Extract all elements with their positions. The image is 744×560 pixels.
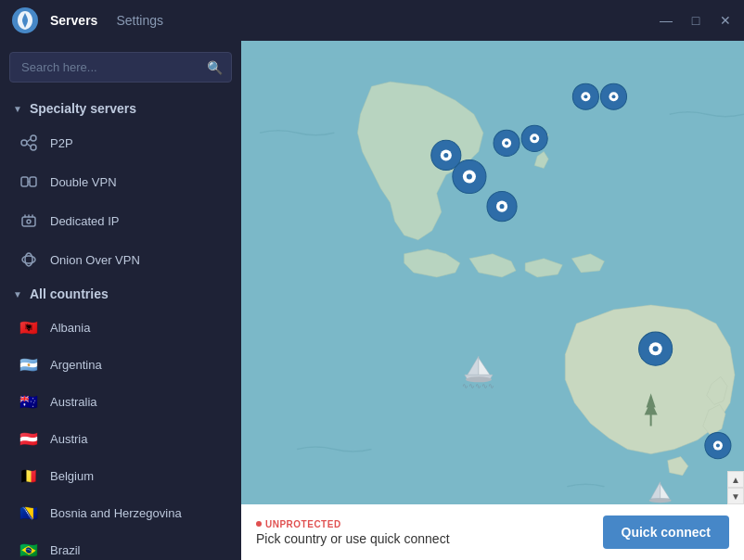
sidebar-list: ▼ Specialty servers P2P — [0, 94, 241, 560]
flag-bosnia: 🇧🇦 — [19, 503, 39, 523]
tab-settings[interactable]: Settings — [116, 9, 163, 32]
search-bar: 🔍 — [9, 52, 232, 83]
status-text: UNPROTECTED Pick country or use quick co… — [256, 519, 588, 546]
svg-point-24 — [505, 141, 508, 145]
country-item-bosnia[interactable]: 🇧🇦 Bosnia and Herzegovina — [0, 494, 241, 531]
onion-over-vpn-icon — [19, 249, 39, 270]
svg-point-16 — [649, 498, 672, 503]
sidebar: 🔍 ▼ Specialty servers P2P — [0, 41, 241, 560]
country-item-argentina[interactable]: 🇦🇷 Argentina — [0, 346, 241, 383]
p2p-label: P2P — [50, 136, 73, 150]
search-icon: 🔍 — [207, 60, 223, 75]
chevron-down-icon: ▼ — [13, 104, 22, 114]
svg-point-18 — [584, 95, 587, 98]
svg-point-32 — [653, 346, 659, 351]
search-input[interactable] — [9, 52, 232, 83]
svg-point-2 — [31, 135, 36, 141]
flag-austria: 🇦🇹 — [19, 428, 39, 449]
titlebar-nav: Servers Settings — [50, 9, 648, 32]
sidebar-item-double-vpn[interactable]: Double VPN — [0, 162, 241, 201]
svg-line-5 — [27, 144, 31, 146]
country-label-albania: Albania — [50, 321, 90, 335]
svg-point-3 — [31, 145, 36, 150]
svg-point-26 — [532, 136, 536, 140]
svg-point-11 — [25, 253, 32, 266]
svg-point-34 — [716, 444, 720, 448]
flag-australia: 🇦🇺 — [19, 391, 39, 412]
map-area: ∿∿∿∿∿ — [241, 41, 744, 560]
titlebar: Servers Settings — □ ✕ — [0, 0, 744, 41]
unprotected-label: UNPROTECTED — [256, 519, 588, 529]
country-label-argentina: Argentina — [50, 358, 102, 372]
svg-rect-12 — [241, 58, 744, 542]
country-label-brazil: Brazil — [50, 543, 81, 557]
scrollbar-buttons: ▲ ▼ — [727, 471, 744, 504]
app-logo — [11, 6, 39, 34]
bottom-bar: UNPROTECTED Pick country or use quick co… — [241, 504, 744, 560]
quick-connect-button[interactable]: Quick connect — [603, 515, 729, 549]
dedicated-ip-icon — [19, 210, 39, 231]
country-item-albania[interactable]: 🇦🇱 Albania — [0, 309, 241, 346]
country-item-brazil[interactable]: 🇧🇷 Brazil — [0, 531, 241, 560]
maximize-button[interactable]: □ — [688, 13, 703, 28]
svg-point-9 — [27, 220, 31, 223]
chevron-down-icon-countries: ▼ — [13, 289, 22, 299]
all-countries-section[interactable]: ▼ All countries — [0, 279, 241, 309]
titlebar-controls: — □ ✕ — [659, 13, 733, 28]
main-content: 🔍 ▼ Specialty servers P2P — [0, 41, 744, 560]
double-vpn-icon — [19, 172, 39, 192]
flag-argentina: 🇦🇷 — [19, 354, 39, 375]
svg-rect-6 — [21, 177, 28, 186]
svg-point-30 — [500, 204, 505, 209]
flag-albania: 🇦🇱 — [19, 317, 39, 337]
status-badge: UNPROTECTED — [265, 519, 341, 529]
country-item-belgium[interactable]: 🇧🇪 Belgium — [0, 457, 241, 494]
country-item-austria[interactable]: 🇦🇹 Austria — [0, 420, 241, 457]
unprotected-dot — [256, 521, 262, 527]
svg-rect-8 — [22, 217, 35, 226]
country-item-australia[interactable]: 🇦🇺 Australia — [0, 383, 241, 420]
double-vpn-label: Double VPN — [50, 175, 117, 189]
svg-point-20 — [611, 95, 615, 98]
p2p-icon — [19, 133, 39, 153]
scroll-up-button[interactable]: ▲ — [727, 471, 744, 488]
all-countries-label: All countries — [30, 286, 109, 301]
pick-country-text: Pick country or use quick connect — [256, 531, 588, 546]
country-label-belgium: Belgium — [50, 469, 94, 483]
svg-rect-7 — [30, 177, 36, 186]
specialty-servers-section[interactable]: ▼ Specialty servers — [0, 94, 241, 123]
flag-brazil: 🇧🇷 — [19, 540, 39, 560]
svg-line-4 — [27, 139, 31, 142]
svg-point-1 — [21, 140, 27, 146]
country-label-bosnia: Bosnia and Herzegovina — [50, 506, 182, 520]
close-button[interactable]: ✕ — [718, 13, 733, 28]
country-label-australia: Australia — [50, 395, 97, 409]
sidebar-item-dedicated-ip[interactable]: Dedicated IP — [0, 201, 241, 240]
dedicated-ip-label: Dedicated IP — [50, 214, 119, 228]
svg-point-28 — [443, 153, 448, 158]
flag-belgium: 🇧🇪 — [19, 465, 39, 486]
country-label-austria: Austria — [50, 432, 87, 446]
scroll-down-button[interactable]: ▼ — [727, 488, 744, 504]
svg-text:∿∿∿∿∿: ∿∿∿∿∿ — [462, 382, 494, 390]
sidebar-item-p2p[interactable]: P2P — [0, 123, 241, 162]
sidebar-item-onion-over-vpn[interactable]: Onion Over VPN — [0, 240, 241, 279]
specialty-servers-label: Specialty servers — [30, 101, 136, 116]
svg-point-22 — [467, 173, 472, 179]
onion-over-vpn-label: Onion Over VPN — [50, 253, 140, 267]
tab-servers[interactable]: Servers — [50, 9, 97, 32]
svg-point-10 — [22, 256, 35, 263]
minimize-button[interactable]: — — [659, 13, 673, 28]
